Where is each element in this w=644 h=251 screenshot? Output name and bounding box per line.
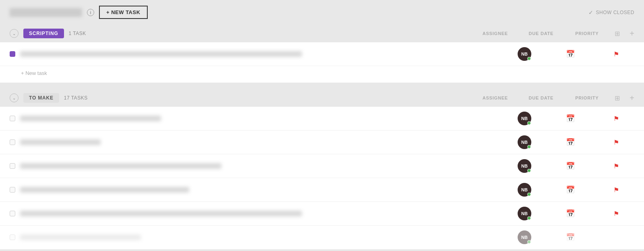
- tomake-task-count: 17 TASKS: [64, 95, 88, 101]
- new-task-button[interactable]: + NEW TASK: [99, 6, 148, 19]
- calendar-check-icon: 📅: [566, 162, 575, 170]
- task-assignee-cell: NB: [506, 230, 543, 244]
- chevron-down-icon-2: ⌄: [12, 96, 16, 100]
- table-row[interactable]: NB 📅 ⚑: [0, 42, 644, 66]
- table-row[interactable]: NB 📅 ⚑: [0, 178, 644, 202]
- section-scripting-header: ⌄ SCRIPTING 1 TASK ASSIGNEE DUE DATE PRI…: [0, 25, 644, 42]
- table-row[interactable]: NB 📅 ⚑: [0, 202, 644, 226]
- flag-icon: ⚑: [613, 115, 619, 122]
- collapse-tomake-button[interactable]: ⌄: [10, 93, 19, 102]
- tomake-column-headers: ASSIGNEE DUE DATE PRIORITY ⊞ +: [477, 93, 634, 103]
- table-row[interactable]: NB 📅 ⚑: [0, 131, 644, 154]
- col-header-priority-2: PRIORITY: [569, 95, 605, 100]
- show-closed-button[interactable]: ✓ SHOW CLOSED: [588, 9, 634, 16]
- task-priority-cell[interactable]: ⚑: [598, 50, 634, 58]
- avatar-initials: NB: [521, 187, 528, 192]
- task-checkbox[interactable]: [10, 187, 15, 193]
- avatar-initials: NB: [521, 211, 528, 216]
- task-checkbox[interactable]: [10, 139, 15, 145]
- table-row[interactable]: NB 📅 ⚑: [0, 154, 644, 178]
- avatar[interactable]: NB: [518, 183, 531, 197]
- task-checkbox[interactable]: [10, 116, 15, 121]
- task-text-blurred: [20, 139, 101, 145]
- task-duedate-cell[interactable]: 📅: [552, 114, 588, 123]
- calendar-icon: 📅: [566, 50, 575, 58]
- task-duedate-cell[interactable]: 📅: [552, 233, 588, 242]
- scripting-column-headers: ASSIGNEE DUE DATE PRIORITY ⊞ +: [477, 29, 634, 38]
- avatar[interactable]: NB: [518, 230, 531, 244]
- info-icon[interactable]: i: [87, 9, 94, 16]
- table-row[interactable]: NB 📅: [0, 226, 644, 249]
- calendar-icon: 📅: [566, 233, 575, 242]
- task-duedate-cell[interactable]: 📅: [552, 162, 588, 170]
- task-text-blurred: [20, 211, 302, 216]
- grid-view-icon-2[interactable]: ⊞: [615, 94, 620, 102]
- show-closed-label: SHOW CLOSED: [596, 10, 634, 15]
- scripting-task-count: 1 TASK: [69, 31, 86, 36]
- scripting-tag[interactable]: SCRIPTING: [23, 29, 64, 38]
- avatar[interactable]: NB: [518, 47, 531, 61]
- avatar-initials: NB: [521, 140, 528, 145]
- add-column-icon-1[interactable]: +: [630, 29, 634, 38]
- check-icon: ✓: [588, 9, 594, 16]
- avatar[interactable]: NB: [518, 207, 531, 220]
- avatar[interactable]: NB: [518, 159, 531, 173]
- scripting-task-list: NB 📅 ⚑ + New task: [0, 42, 644, 83]
- calendar-check-icon: 📅: [566, 185, 575, 194]
- task-duedate-cell[interactable]: 📅: [552, 50, 588, 58]
- flag-icon: ⚑: [613, 139, 619, 146]
- add-column-icon-2[interactable]: +: [630, 93, 634, 103]
- online-status-dot: [527, 193, 531, 196]
- calendar-check-icon: 📅: [566, 138, 575, 147]
- task-checkbox[interactable]: [10, 211, 15, 216]
- task-priority-cell[interactable]: ⚑: [598, 139, 634, 146]
- flag-icon: ⚑: [613, 186, 619, 194]
- avatar[interactable]: NB: [518, 135, 531, 149]
- task-duedate-cell[interactable]: 📅: [552, 209, 588, 218]
- col-header-assignee-2: ASSIGNEE: [477, 95, 513, 100]
- avatar[interactable]: NB: [518, 112, 531, 125]
- section-tomake-header: ⌄ TO MAKE 17 TASKS ASSIGNEE DUE DATE PRI…: [0, 89, 644, 107]
- online-status-dot: [527, 121, 531, 125]
- task-priority-cell[interactable]: ⚑: [598, 115, 634, 122]
- top-bar: i + NEW TASK ✓ SHOW CLOSED: [0, 0, 644, 25]
- task-duedate-cell[interactable]: 📅: [552, 138, 588, 147]
- online-status-dot: [527, 216, 531, 220]
- task-text-blurred: [20, 116, 161, 121]
- task-checkbox[interactable]: [10, 51, 15, 57]
- tomake-task-list: NB 📅 ⚑ NB: [0, 107, 644, 249]
- section-tomake: ⌄ TO MAKE 17 TASKS ASSIGNEE DUE DATE PRI…: [0, 89, 644, 249]
- col-header-duedate-1: DUE DATE: [523, 31, 559, 36]
- task-duedate-cell[interactable]: 📅: [552, 185, 588, 194]
- flag-icon: ⚑: [613, 210, 619, 218]
- task-priority-cell[interactable]: ⚑: [598, 186, 634, 194]
- task-assignee-cell: NB: [506, 159, 543, 173]
- avatar-initials: NB: [521, 235, 528, 240]
- task-assignee-cell: NB: [506, 112, 543, 125]
- tomake-tag[interactable]: TO MAKE: [23, 93, 59, 103]
- avatar-initials: NB: [521, 164, 528, 168]
- avatar-initials: NB: [521, 116, 528, 121]
- add-task-inline[interactable]: + New task: [0, 66, 644, 83]
- task-assignee-cell: NB: [506, 135, 543, 149]
- task-row-actions: NB 📅 ⚑: [506, 47, 634, 61]
- chevron-down-icon: ⌄: [12, 31, 16, 36]
- task-text-blurred: [20, 234, 141, 240]
- table-row[interactable]: NB 📅 ⚑: [0, 107, 644, 131]
- online-status-dot: [527, 240, 531, 244]
- calendar-check-icon: 📅: [566, 209, 575, 218]
- task-priority-cell[interactable]: ⚑: [598, 210, 634, 218]
- grid-view-icon-1[interactable]: ⊞: [615, 30, 620, 37]
- avatar-initials: NB: [521, 52, 528, 56]
- task-text-blurred: [20, 163, 221, 169]
- collapse-scripting-button[interactable]: ⌄: [10, 29, 19, 38]
- task-checkbox[interactable]: [10, 234, 15, 240]
- col-header-priority-1: PRIORITY: [569, 31, 605, 36]
- task-priority-cell[interactable]: ⚑: [598, 162, 634, 170]
- task-checkbox[interactable]: [10, 163, 15, 169]
- calendar-check-icon: 📅: [566, 114, 575, 123]
- page-title-blurred: [10, 8, 82, 17]
- task-assignee-cell: NB: [506, 183, 543, 197]
- online-status-dot: [527, 57, 531, 60]
- section-scripting: ⌄ SCRIPTING 1 TASK ASSIGNEE DUE DATE PRI…: [0, 25, 644, 83]
